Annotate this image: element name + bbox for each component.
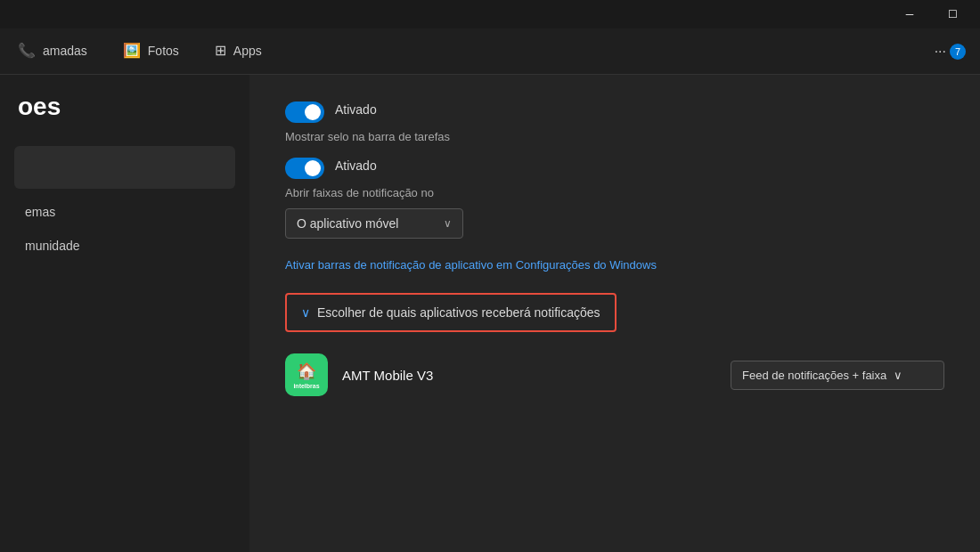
chamadas-icon: 📞 [18, 42, 36, 59]
toggle1-label: Ativado [335, 102, 377, 117]
sidebar-box [14, 146, 235, 189]
notification-dropdown[interactable]: O aplicativo móvel ∨ [285, 208, 463, 239]
expand-notifications-section[interactable]: ∨ Escolher de quais aplicativos receberá… [285, 293, 617, 332]
sidebar-title: oes [0, 93, 249, 139]
toggle2-switch[interactable] [285, 158, 324, 179]
tab-fotos-label: Fotos [148, 44, 179, 58]
minimize-button[interactable]: ─ [889, 0, 930, 28]
dropdown-chevron-icon: ∨ [444, 217, 452, 230]
maximize-button[interactable]: ☐ [932, 0, 973, 28]
app-name: AMT Mobile V3 [342, 368, 716, 383]
expand-chevron-icon: ∨ [301, 305, 310, 320]
main-layout: oes emas munidade Ativado Mostrar selo n… [0, 75, 980, 552]
sidebar: oes emas munidade [0, 75, 249, 552]
sidebar-item-emas[interactable]: emas [7, 196, 242, 228]
app-dropdown-chevron-icon: ∨ [894, 369, 902, 382]
toggle1-row: Ativado [285, 101, 944, 123]
apps-icon: ⊞ [215, 42, 226, 59]
tab-chamadas-label: amadas [43, 44, 87, 58]
toggle1-description: Mostrar selo na barra de tarefas [285, 130, 944, 143]
sidebar-item-munidade[interactable]: munidade [7, 230, 242, 262]
more-options-label: ··· [935, 44, 946, 60]
tab-apps[interactable]: ⊞ Apps [197, 28, 280, 74]
expand-section-label: Escolher de quais aplicativos receberá n… [317, 305, 600, 320]
windows-settings-link[interactable]: Ativar barras de notificação de aplicati… [285, 258, 657, 272]
toggle1-switch[interactable] [285, 101, 324, 123]
nav-bar: 📞 amadas 🖼️ Fotos ⊞ Apps ··· 7 [0, 28, 980, 75]
notification-badge: 7 [950, 44, 966, 60]
app-notification-dropdown[interactable]: Feed de notificações + faixa ∨ [731, 361, 944, 390]
content-area: Ativado Mostrar selo na barra de tarefas… [249, 75, 980, 552]
tab-chamadas[interactable]: 📞 amadas [0, 28, 105, 74]
tab-apps-label: Apps [233, 44, 262, 58]
nav-tabs: 📞 amadas 🖼️ Fotos ⊞ Apps [0, 28, 280, 74]
dropdown-value: O aplicativo móvel [297, 216, 398, 231]
tab-fotos[interactable]: 🖼️ Fotos [105, 28, 197, 74]
toggle2-label: Ativado [335, 158, 377, 173]
app-icon: 🏠 intelbras [285, 353, 328, 396]
app-row: 🏠 intelbras AMT Mobile V3 Feed de notifi… [285, 353, 944, 396]
fotos-icon: 🖼️ [123, 42, 141, 59]
toggle2-row: Ativado [285, 158, 944, 179]
app-dropdown-value: Feed de notificações + faixa [742, 369, 886, 382]
more-options-button[interactable]: ··· 7 [935, 44, 966, 60]
toggle2-description: Abrir faixas de notificação no [285, 186, 944, 199]
notification-dropdown-row: O aplicativo móvel ∨ [285, 208, 944, 239]
